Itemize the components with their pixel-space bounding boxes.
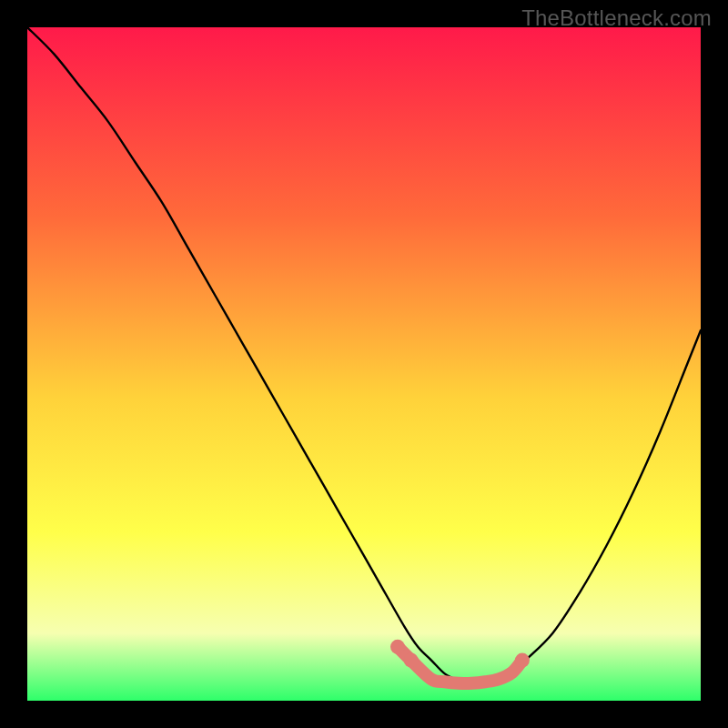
chart-container: TheBottleneck.com <box>0 0 728 728</box>
valley-dot <box>390 640 405 654</box>
gradient-background <box>27 27 701 701</box>
valley-dot <box>404 653 419 668</box>
plot-area <box>27 27 701 701</box>
valley-dot <box>515 653 530 668</box>
bottleneck-chart <box>27 27 701 701</box>
watermark-text: TheBottleneck.com <box>521 5 712 31</box>
